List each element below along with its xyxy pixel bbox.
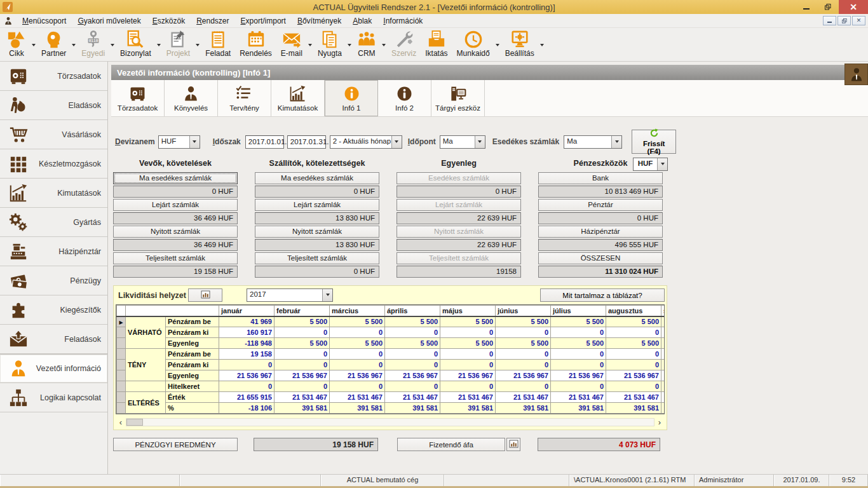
summary-button-teljes-tett-sz-ml-k[interactable]: Teljesített számlák: [113, 252, 238, 264]
toolbar-button-crm[interactable]: CRM: [353, 28, 381, 58]
cell-value[interactable]: 5 500: [330, 316, 385, 327]
tab-t-rgyi-eszk-z[interactable]: Tárgyi eszköz: [431, 80, 485, 116]
cell-value[interactable]: 21 531 467: [385, 392, 440, 403]
cell-value[interactable]: 0: [275, 360, 330, 370]
toolbar-button-be-ll-t-s[interactable]: Beállítás: [501, 28, 539, 58]
liquidity-chart-button[interactable]: [188, 288, 222, 302]
row-selector[interactable]: [117, 392, 126, 403]
cell-value[interactable]: 5 500: [330, 338, 385, 349]
cell-value[interactable]: 0: [275, 327, 330, 338]
cell-value[interactable]: 391 581: [496, 403, 551, 414]
menu-item-b-v-tm-nyek[interactable]: Bővítmények: [292, 14, 347, 27]
cell-value[interactable]: 0: [275, 349, 330, 360]
summary-button-teljes-tett-sz-ml-k[interactable]: Teljesített számlák: [255, 252, 379, 264]
cell-value[interactable]: 0: [551, 349, 606, 360]
summary-button-lej-rt-sz-ml-k[interactable]: Lejárt számlák: [113, 199, 238, 211]
pools-currency-combo[interactable]: HUF: [633, 158, 668, 171]
sidebar-item-logikai-kapcsolat[interactable]: Logikai kapcsolat: [0, 383, 107, 412]
cell-value[interactable]: 5 500: [496, 338, 551, 349]
row-selector[interactable]: [117, 370, 126, 381]
summary-button-ma-esed-kes-sz-ml-k[interactable]: Ma esedékes számlák: [255, 172, 379, 184]
sidebar-item-kimutat-sok[interactable]: Kimutatások: [0, 179, 107, 208]
cell-value[interactable]: 0: [219, 381, 275, 392]
cell-value[interactable]: 391 581: [440, 403, 496, 414]
cell-value[interactable]: 0: [606, 349, 661, 360]
toolbar-button-iktat-s[interactable]: Iktatás: [421, 28, 452, 58]
cell-value[interactable]: 21 536 967: [219, 370, 275, 381]
cell-value[interactable]: 0: [275, 381, 330, 392]
scroll-right-icon[interactable]: ›: [654, 417, 665, 427]
dropdown-arrow-icon[interactable]: [346, 28, 353, 62]
cell-value[interactable]: 0: [606, 327, 661, 338]
table-info-button[interactable]: Mit tartalmaz a táblázat?: [540, 288, 665, 302]
toolbar-button-cikk[interactable]: Cikk: [3, 28, 31, 58]
cell-value[interactable]: 5 500: [275, 316, 330, 327]
cell-value[interactable]: 21 536 967: [551, 370, 606, 381]
cell-value[interactable]: 0: [440, 381, 496, 392]
cell-value[interactable]: 21 536 967: [275, 370, 330, 381]
row-selector[interactable]: [117, 327, 126, 338]
cell-value[interactable]: 391 581: [606, 403, 661, 414]
vat-payable-button[interactable]: Fizetendő áfa: [397, 438, 505, 451]
summary-button-h-zip-nzt-r[interactable]: Házipénztár: [538, 226, 663, 238]
cell-value[interactable]: -118 948: [219, 338, 275, 349]
row-selector[interactable]: [117, 403, 126, 414]
cell-value[interactable]: 21 531 467: [551, 392, 606, 403]
cell-value[interactable]: 0: [330, 360, 385, 370]
row-selector[interactable]: [117, 381, 126, 392]
restore-button[interactable]: [817, 0, 839, 14]
row-selector[interactable]: [117, 338, 126, 349]
cell-value[interactable]: 0: [385, 360, 440, 370]
financial-result-button[interactable]: PÉNZÜGYI EREDMÉNY: [113, 438, 238, 451]
chevron-down-icon[interactable]: [611, 136, 621, 148]
dropdown-arrow-icon[interactable]: [194, 28, 201, 62]
cell-value[interactable]: 0: [606, 381, 661, 392]
summary-button-nyitott-sz-ml-k[interactable]: Nyitott számlák: [113, 226, 238, 238]
cell-value[interactable]: 5 500: [606, 338, 661, 349]
year-combo[interactable]: 2017: [247, 288, 333, 302]
chevron-down-icon[interactable]: [391, 136, 402, 148]
tab-kimutat-sok[interactable]: Kimutatások: [271, 80, 325, 116]
minimize-button[interactable]: [796, 0, 817, 14]
cell-value[interactable]: 0: [330, 381, 385, 392]
cell-value[interactable]: 391 581: [385, 403, 440, 414]
period-combo[interactable]: 2 - Aktuális hónap: [330, 135, 402, 149]
vat-chart-button[interactable]: [506, 438, 520, 451]
toolbar-button-partner[interactable]: Partner: [37, 28, 71, 58]
cell-value[interactable]: 21 531 467: [496, 392, 551, 403]
cell-value[interactable]: 0: [551, 381, 606, 392]
toolbar-button-bizonylat[interactable]: Bizonylat: [116, 28, 156, 58]
sidebar-item-elad-sok[interactable]: Eladások: [0, 91, 107, 120]
row-selector[interactable]: [117, 349, 126, 360]
sidebar-item-p-nz-gy[interactable]: Pénzügy: [0, 266, 107, 295]
tab-inf-1[interactable]: Infó 1: [325, 80, 378, 116]
cell-value[interactable]: 5 500: [385, 338, 440, 349]
date-from-field[interactable]: 2017.01.01.: [245, 135, 284, 149]
tab-inf-2[interactable]: Infó 2: [378, 80, 431, 116]
cell-value[interactable]: 21 531 467: [440, 392, 496, 403]
cell-value[interactable]: 0: [440, 349, 496, 360]
menu-item-rendszer[interactable]: Rendszer: [191, 14, 234, 27]
current-user-button[interactable]: [844, 64, 868, 85]
cell-value[interactable]: 19 158: [219, 349, 275, 360]
cell-value[interactable]: -18 106: [219, 403, 275, 414]
cell-value[interactable]: 21 536 967: [330, 370, 385, 381]
chevron-down-icon[interactable]: [189, 136, 200, 148]
menu-item-inform-ci-k[interactable]: Információk: [377, 14, 428, 27]
dropdown-arrow-icon[interactable]: [31, 28, 37, 62]
sidebar-item-v-s-rl-sok[interactable]: Vásárlások: [0, 120, 107, 149]
sidebar-item-t-rzsadatok[interactable]: Törzsadatok: [0, 62, 107, 91]
cell-value[interactable]: 0: [385, 349, 440, 360]
menu-item-men-csoport[interactable]: Menücsoport: [17, 14, 72, 27]
sidebar-item-h-zip-nzt-r[interactable]: Házipénztár: [0, 237, 107, 266]
summary-button-lej-rt-sz-ml-k[interactable]: Lejárt számlák: [255, 199, 379, 211]
cell-value[interactable]: 21 655 915: [219, 392, 275, 403]
close-button[interactable]: ✕: [839, 0, 868, 14]
chevron-down-icon[interactable]: [475, 136, 485, 148]
cell-value[interactable]: 5 500: [606, 316, 661, 327]
cell-value[interactable]: 0: [330, 327, 385, 338]
toolbar-button-e-mail[interactable]: E-mail: [276, 28, 307, 58]
dropdown-arrow-icon[interactable]: [307, 28, 313, 62]
cell-value[interactable]: 391 581: [275, 403, 330, 414]
cell-value[interactable]: 5 500: [275, 338, 330, 349]
